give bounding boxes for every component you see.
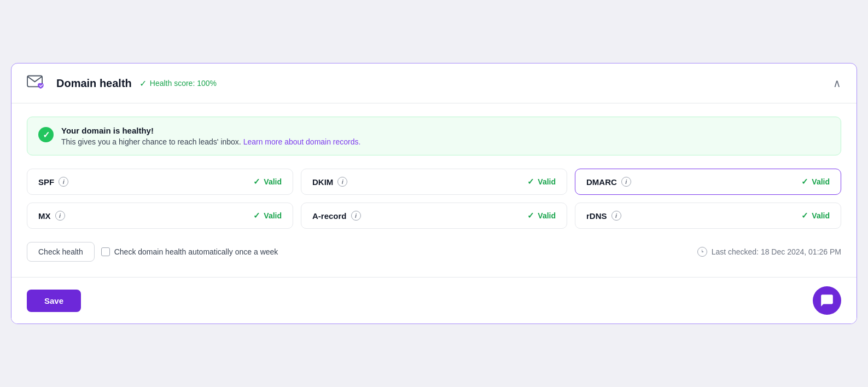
banner-text: Your domain is healthy! This gives you a… — [61, 126, 360, 146]
panel-header: Domain health ✓ Health score: 100% ∧ — [11, 63, 857, 103]
arecord-label: A-record — [312, 211, 347, 221]
mx-label: MX — [38, 211, 51, 221]
dkim-status: ✓ Valid — [527, 177, 556, 187]
last-checked-text: Last checked: 18 Dec 2024, 01:26 PM — [712, 247, 841, 256]
bottom-bar: Save — [11, 277, 857, 324]
save-button[interactable]: Save — [27, 290, 81, 312]
record-card-dmarc: DMARC i ✓ Valid — [575, 169, 841, 195]
mx-info-icon[interactable]: i — [55, 211, 65, 221]
records-grid: SPF i ✓ Valid DKIM i ✓ Valid — [27, 169, 841, 229]
chat-button[interactable] — [813, 286, 841, 315]
check-health-button[interactable]: Check health — [27, 242, 95, 262]
record-card-arecord: A-record i ✓ Valid — [301, 203, 567, 229]
record-card-mx: MX i ✓ Valid — [27, 203, 293, 229]
rdns-status: ✓ Valid — [801, 211, 830, 221]
mx-status: ✓ Valid — [253, 211, 282, 221]
clock-icon — [697, 247, 707, 257]
dkim-label: DKIM — [312, 177, 333, 187]
rdns-info-icon[interactable]: i — [611, 211, 621, 221]
collapse-icon[interactable]: ∧ — [833, 77, 841, 90]
auto-check-label[interactable]: Check domain health automatically once a… — [101, 247, 278, 256]
record-card-dkim: DKIM i ✓ Valid — [301, 169, 567, 195]
rdns-label: rDNS — [586, 211, 607, 221]
header-left: Domain health ✓ Health score: 100% — [27, 73, 217, 93]
dmarc-info-icon[interactable]: i — [621, 177, 631, 187]
spf-label: SPF — [38, 177, 54, 187]
spf-status: ✓ Valid — [253, 177, 282, 187]
footer-row: Check health Check domain health automat… — [27, 242, 841, 262]
banner-check-icon — [38, 127, 54, 142]
spf-info-icon[interactable]: i — [59, 177, 68, 187]
record-card-rdns: rDNS i ✓ Valid — [575, 203, 841, 229]
arecord-status: ✓ Valid — [527, 211, 556, 221]
mail-shield-icon — [27, 73, 49, 93]
healthy-banner: Your domain is healthy! This gives you a… — [27, 117, 841, 155]
footer-left: Check health Check domain health automat… — [27, 242, 278, 262]
panel-title: Domain health — [56, 77, 132, 90]
health-check-icon: ✓ — [139, 78, 147, 89]
chat-icon — [820, 293, 834, 308]
banner-title: Your domain is healthy! — [61, 126, 360, 135]
learn-more-link[interactable]: Learn more about domain records. — [243, 137, 361, 146]
health-score-badge: ✓ Health score: 100% — [139, 78, 217, 89]
record-card-spf: SPF i ✓ Valid — [27, 169, 293, 195]
dmarc-status: ✓ Valid — [801, 177, 830, 187]
auto-check-checkbox[interactable] — [101, 247, 110, 256]
footer-right: Last checked: 18 Dec 2024, 01:26 PM — [697, 247, 841, 257]
domain-health-panel: Domain health ✓ Health score: 100% ∧ You… — [11, 63, 857, 324]
panel-body: Your domain is healthy! This gives you a… — [11, 103, 857, 277]
arecord-info-icon[interactable]: i — [351, 211, 361, 221]
dmarc-label: DMARC — [586, 177, 617, 187]
dkim-info-icon[interactable]: i — [337, 177, 347, 187]
banner-subtitle: This gives you a higher chance to reach … — [61, 137, 360, 146]
